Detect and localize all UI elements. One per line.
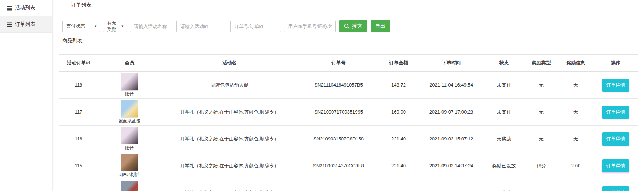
cell-order-id: 118 <box>59 72 99 99</box>
cell-amount: 5.00 <box>379 179 419 191</box>
cell-amount: 221.40 <box>379 126 419 152</box>
list-icon <box>7 6 12 11</box>
cell-order-no: SN21090314370CC9E8 <box>299 152 379 179</box>
table-body: 118肥仔品牌包包活动大促SN21110416491057B5148.72202… <box>59 72 638 191</box>
member-avatar <box>121 181 138 191</box>
column-header: 奖励信息 <box>559 55 593 72</box>
export-button[interactable]: 导出 <box>371 20 390 32</box>
cell-action: 订单详情 <box>593 72 638 99</box>
cell-action: 订单详情 <box>593 126 638 152</box>
cell-member: 肥仔 <box>99 72 160 99</box>
column-header: 操作 <box>593 55 638 72</box>
cell-member: carrot <box>99 179 160 191</box>
cell-reward-info: 无 <box>559 179 593 191</box>
cell-reward-info: 无 <box>559 72 593 99</box>
sidebar: 活动列表 订单列表 <box>0 0 53 191</box>
cell-order-no: SN2109031507C8D158 <box>299 126 379 152</box>
cell-status: 未支付 <box>484 72 524 99</box>
cell-order-id: 116 <box>59 126 99 152</box>
payment-status-select[interactable]: 支付状态 ▼ <box>62 21 100 32</box>
member-name: 耶¥耶對話 <box>120 172 140 178</box>
payment-status-value: 支付状态 <box>66 23 85 29</box>
cell-activity-name: 开学礼（礼义之始,在于正容体,齐颜色,顺辞令） <box>160 126 299 152</box>
cell-activity-name: 开学礼（礼义之始,在于正容体,齐颜色,顺辞令） <box>160 152 299 179</box>
cell-amount: 148.72 <box>379 72 419 99</box>
order-detail-button[interactable]: 订单详情 <box>602 106 629 119</box>
reward-filter-select[interactable]: 有无奖励 ▼ <box>103 21 127 32</box>
activity-id-input[interactable] <box>176 21 227 32</box>
sidebar-item-label: 订单列表 <box>15 21 35 28</box>
activity-name-input[interactable] <box>130 21 173 32</box>
member-name: 肥仔 <box>125 91 134 97</box>
chevron-down-icon: ▼ <box>121 25 124 28</box>
cell-order-no: SN2109071700351995 <box>299 99 379 126</box>
cell-status: 未支付 <box>484 99 524 126</box>
order-no-input[interactable] <box>230 21 281 32</box>
cell-order-no: SN21110416491057B5 <box>299 72 379 99</box>
user-input[interactable] <box>284 21 336 32</box>
tab-order-list[interactable]: 订单列表 <box>70 0 92 11</box>
cell-action: 订单详情 <box>593 152 638 179</box>
member-name: 覆面系蓝孩 <box>119 118 140 124</box>
cell-order-id: 115 <box>59 152 99 179</box>
cell-order-id: 114 <box>59 179 99 191</box>
cell-activity-name: 开学礼（礼义之始,在于正容体,齐颜色,顺辞令） <box>160 179 299 191</box>
table-row: 114carrot开学礼（礼义之始,在于正容体,齐颜色,顺辞令）SN210617… <box>59 179 638 191</box>
column-header: 状态 <box>484 55 524 72</box>
member-avatar <box>121 154 138 171</box>
cell-member: 覆面系蓝孩 <box>99 99 160 126</box>
order-detail-button[interactable]: 订单详情 <box>602 132 629 146</box>
table-row: 116肥仔开学礼（礼义之始,在于正容体,齐颜色,顺辞令）SN2109031507… <box>59 126 638 152</box>
table-row: 115耶¥耶對話开学礼（礼义之始,在于正容体,齐颜色,顺辞令）SN2109031… <box>59 152 638 179</box>
cell-reward-type: 无 <box>524 99 559 126</box>
search-icon <box>344 23 350 29</box>
order-table-panel: 活动订单id会员活动名订单号订单金额下单时间状态奖励类型奖励信息操作 118肥仔… <box>59 54 638 191</box>
cell-status: 无奖励 <box>484 179 524 191</box>
column-header: 活动名 <box>160 55 299 72</box>
cell-order-time: 2021-09-07 17:00:23 <box>419 99 484 126</box>
section-title: 商品列表 <box>62 37 638 44</box>
cell-order-id: 117 <box>59 99 99 126</box>
cell-reward-info: 无 <box>559 126 593 152</box>
table-row: 117覆面系蓝孩开学礼（礼义之始,在于正容体,齐颜色,顺辞令）SN2109071… <box>59 99 638 126</box>
cell-activity-name: 品牌包包活动大促 <box>160 72 299 99</box>
chevron-down-icon: ▼ <box>94 25 97 28</box>
member-name: 肥仔 <box>125 145 134 151</box>
cell-action: 订单详情 <box>593 179 638 191</box>
cell-reward-type: 积分 <box>524 152 559 179</box>
reward-filter-value: 有无奖励 <box>107 20 119 33</box>
cell-member: 耶¥耶對話 <box>99 152 160 179</box>
order-detail-button[interactable]: 订单详情 <box>602 186 629 191</box>
member-avatar <box>121 100 138 118</box>
member-avatar <box>121 73 138 91</box>
sidebar-item-activity-list[interactable]: 活动列表 <box>0 0 52 16</box>
cell-status: 无奖励 <box>484 126 524 152</box>
column-header: 会员 <box>99 55 160 72</box>
member-avatar <box>121 127 138 144</box>
main-content: 订单列表 支付状态 ▼ 有无奖励 ▼ 搜索 <box>53 0 644 191</box>
cell-amount: 169.00 <box>379 99 419 126</box>
cell-order-time: 2021-09-03 14:37:24 <box>419 152 484 179</box>
cell-reward-type: 无 <box>524 179 559 191</box>
cell-member: 肥仔 <box>99 126 160 152</box>
cell-order-time: 2021-11-04 16:49:54 <box>419 72 484 99</box>
sidebar-item-label: 活动列表 <box>15 5 35 11</box>
cell-reward-type: 无 <box>524 72 559 99</box>
column-header: 奖励类型 <box>524 55 559 72</box>
order-detail-button[interactable]: 订单详情 <box>602 159 629 172</box>
table-row: 118肥仔品牌包包活动大促SN21110416491057B5148.72202… <box>59 72 638 99</box>
cell-reward-type: 无 <box>524 126 559 152</box>
order-detail-button[interactable]: 订单详情 <box>602 79 629 92</box>
search-button[interactable]: 搜索 <box>339 20 367 32</box>
cell-reward-info: 2.00 <box>559 152 593 179</box>
cell-amount: 221.40 <box>379 152 419 179</box>
app-window: 活动列表 订单列表 订单列表 支付状态 ▼ 有无奖励 ▼ <box>0 0 644 191</box>
column-header: 订单金额 <box>379 55 419 72</box>
cell-order-no: SN21061722014B392C <box>299 179 379 191</box>
column-header: 下单时间 <box>419 55 484 72</box>
column-header: 订单号 <box>299 55 379 72</box>
cell-order-time: 2021-09-03 15:07:12 <box>419 126 484 152</box>
cell-status: 奖励已发放 <box>484 152 524 179</box>
list-icon <box>7 22 12 27</box>
sidebar-item-order-list[interactable]: 订单列表 <box>0 16 52 33</box>
